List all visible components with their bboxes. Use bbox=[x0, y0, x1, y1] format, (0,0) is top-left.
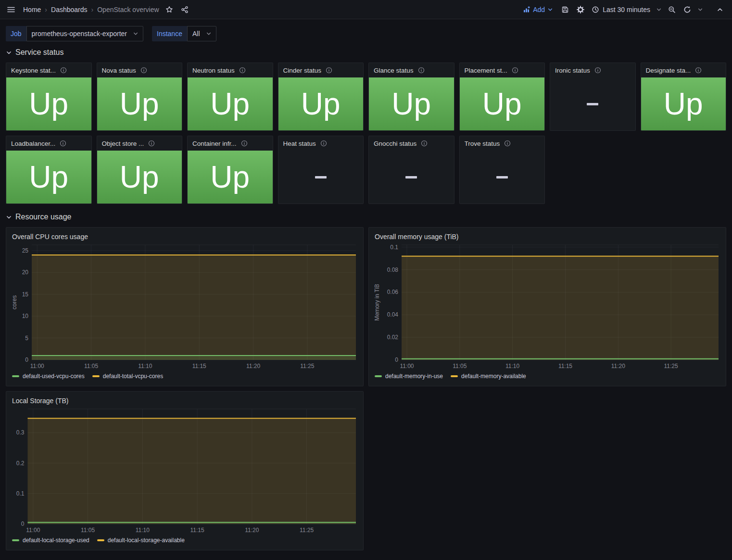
status-panel: Ironic status bbox=[550, 63, 636, 131]
chart-body: 051015202511:0011:0511:1011:1511:2011:25… bbox=[11, 242, 358, 370]
chart-panel-title[interactable]: Overall memory usage (TiB) bbox=[374, 231, 721, 242]
panel-header[interactable]: Ironic status bbox=[550, 63, 635, 77]
legend-item[interactable]: default-local-storage-available bbox=[97, 537, 185, 544]
status-panel: Glance statusUp bbox=[368, 63, 454, 131]
variables-bar: Job prometheus-openstack-exporter Instan… bbox=[6, 26, 726, 41]
time-range-picker-button[interactable]: Last 30 minutes bbox=[589, 2, 653, 17]
status-value-text: Up bbox=[120, 162, 159, 192]
share-dashboard-button[interactable] bbox=[177, 2, 192, 17]
panel-header[interactable]: Keystone stat... bbox=[6, 63, 91, 77]
panel-title: Ironic status bbox=[555, 67, 590, 74]
breadcrumb-item-dashboards[interactable]: Dashboards bbox=[51, 6, 88, 13]
collapse-header-button[interactable] bbox=[713, 2, 727, 17]
status-panel: Nova statusUp bbox=[97, 63, 183, 131]
variable-job-value: prometheus-openstack-exporter bbox=[32, 30, 127, 38]
legend-label: default-local-storage-available bbox=[108, 537, 185, 544]
status-panel: Placement st...Up bbox=[459, 63, 545, 131]
panel-header[interactable]: Neutron status bbox=[188, 63, 273, 77]
add-panel-button[interactable]: Add bbox=[519, 2, 557, 17]
dashboard-settings-button[interactable] bbox=[573, 2, 588, 17]
legend-swatch bbox=[451, 375, 458, 377]
info-icon[interactable] bbox=[418, 67, 425, 74]
chart-panel-title[interactable]: Local Storage (TB) bbox=[11, 395, 358, 406]
panel-header[interactable]: Container infr... bbox=[188, 136, 273, 151]
legend-item[interactable]: default-memory-available bbox=[451, 373, 526, 380]
chart-legend: default-memory-in-usedefault-memory-avai… bbox=[374, 370, 721, 382]
status-value-area: Up bbox=[6, 77, 91, 130]
info-icon[interactable] bbox=[326, 67, 332, 74]
svg-text:0.02: 0.02 bbox=[387, 334, 399, 341]
legend-swatch bbox=[12, 539, 19, 541]
refresh-interval-caret-button[interactable] bbox=[695, 2, 705, 17]
info-icon[interactable] bbox=[504, 140, 511, 147]
info-icon[interactable] bbox=[148, 140, 155, 147]
svg-text:11:15: 11:15 bbox=[192, 363, 206, 369]
panel-title: Gnocchi status bbox=[374, 140, 416, 147]
chart-canvas[interactable]: 051015202511:0011:0511:1011:1511:2011:25… bbox=[11, 242, 358, 370]
svg-text:0: 0 bbox=[21, 521, 25, 527]
chart-panel: Overall memory usage (TiB)00.020.040.060… bbox=[368, 227, 726, 386]
add-panel-icon bbox=[523, 6, 530, 13]
time-zoom-out-button[interactable] bbox=[665, 2, 679, 17]
breadcrumb-separator-icon: › bbox=[91, 6, 94, 13]
status-value-text: Up bbox=[210, 162, 250, 192]
refresh-icon bbox=[683, 6, 691, 13]
info-icon[interactable] bbox=[695, 67, 702, 74]
chart-canvas[interactable]: 00.10.20.311:0011:0511:1011:1511:2011:25 bbox=[11, 406, 358, 535]
svg-text:Memory in TiB: Memory in TiB bbox=[374, 284, 380, 321]
chart-panel: Overall CPU cores usage051015202511:0011… bbox=[6, 227, 364, 386]
info-icon[interactable] bbox=[512, 67, 518, 74]
info-icon[interactable] bbox=[421, 140, 428, 147]
panel-title: Placement st... bbox=[465, 67, 507, 74]
chart-canvas[interactable]: 00.020.040.060.080.111:0011:0511:1011:15… bbox=[374, 242, 721, 370]
panel-title: Keystone stat... bbox=[11, 67, 56, 74]
status-value-area bbox=[369, 151, 454, 204]
legend-swatch bbox=[92, 375, 100, 377]
panel-header[interactable]: Designate sta... bbox=[641, 63, 726, 77]
no-data-dash-icon bbox=[496, 176, 508, 178]
svg-text:0.08: 0.08 bbox=[387, 267, 399, 273]
info-icon[interactable] bbox=[594, 67, 601, 74]
panel-header[interactable]: Heat status bbox=[278, 136, 364, 151]
info-icon[interactable] bbox=[320, 140, 327, 147]
chart-panel-title[interactable]: Overall CPU cores usage bbox=[11, 231, 358, 242]
info-icon[interactable] bbox=[60, 140, 66, 147]
legend-item[interactable]: default-used-vcpu-cores bbox=[12, 373, 85, 380]
svg-text:0.3: 0.3 bbox=[16, 429, 25, 436]
svg-text:11:25: 11:25 bbox=[664, 363, 678, 369]
save-dashboard-button[interactable] bbox=[558, 2, 572, 17]
favorite-dashboard-button[interactable] bbox=[162, 2, 177, 17]
status-value-text: Up bbox=[301, 89, 341, 119]
status-value-area: Up bbox=[97, 77, 182, 130]
time-range-caret-button[interactable] bbox=[654, 2, 664, 17]
info-icon[interactable] bbox=[239, 67, 246, 74]
panel-header[interactable]: Gnocchi status bbox=[369, 136, 454, 151]
panel-header[interactable]: Glance status bbox=[369, 63, 454, 77]
info-icon[interactable] bbox=[140, 67, 147, 74]
service-status-grid: Keystone stat...UpNova statusUpNeutron s… bbox=[6, 63, 726, 204]
legend-item[interactable]: default-memory-in-use bbox=[375, 373, 443, 380]
info-icon[interactable] bbox=[241, 140, 248, 147]
panel-header[interactable]: Placement st... bbox=[460, 63, 545, 77]
status-panel: Trove status bbox=[459, 136, 545, 204]
legend-label: default-local-storage-used bbox=[23, 537, 89, 544]
legend-item[interactable]: default-local-storage-used bbox=[12, 537, 89, 544]
menu-toggle-button[interactable] bbox=[4, 2, 18, 17]
section-resource-usage[interactable]: Resource usage bbox=[6, 211, 726, 223]
refresh-button[interactable] bbox=[680, 2, 694, 17]
panel-header[interactable]: Loadbalancer... bbox=[6, 136, 91, 151]
variable-job-select[interactable]: prometheus-openstack-exporter bbox=[26, 26, 143, 41]
section-title: Resource usage bbox=[15, 213, 72, 221]
panel-header[interactable]: Object store ... bbox=[97, 136, 182, 151]
section-service-status[interactable]: Service status bbox=[6, 46, 726, 59]
chart-legend: default-local-storage-useddefault-local-… bbox=[11, 535, 358, 546]
breadcrumb-item-home[interactable]: Home bbox=[23, 6, 41, 13]
panel-header[interactable]: Cinder status bbox=[278, 63, 364, 77]
svg-text:11:25: 11:25 bbox=[300, 363, 314, 369]
breadcrumb-separator-icon: › bbox=[45, 6, 47, 13]
legend-item[interactable]: default-total-vcpu-cores bbox=[92, 373, 163, 380]
panel-header[interactable]: Nova status bbox=[97, 63, 182, 77]
variable-instance-select[interactable]: All bbox=[187, 26, 216, 41]
info-icon[interactable] bbox=[60, 67, 67, 74]
panel-header[interactable]: Trove status bbox=[460, 136, 545, 151]
